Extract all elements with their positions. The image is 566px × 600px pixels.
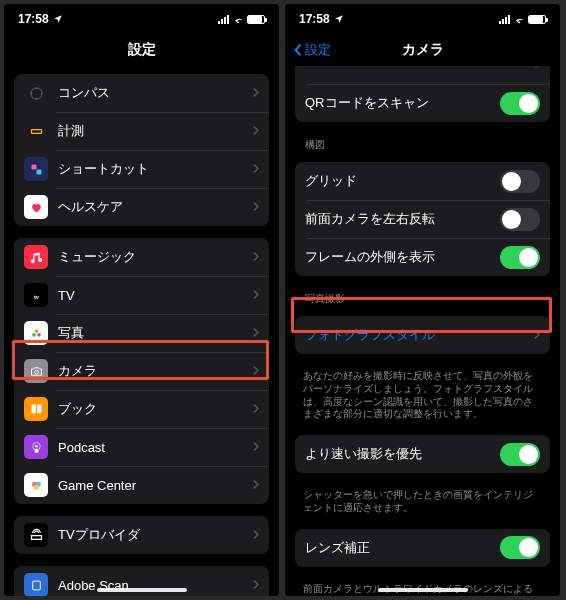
chevron-right-icon: [533, 66, 540, 73]
svg-point-5: [34, 329, 38, 333]
chevron-right-icon: [252, 364, 259, 379]
row-comp-1[interactable]: 前面カメラを左右反転: [295, 200, 550, 238]
toggle-switch[interactable]: [500, 208, 540, 231]
row-label: ヘルスケア: [58, 198, 252, 216]
chevron-right-icon: [252, 200, 259, 215]
chevron-right-icon: [252, 124, 259, 139]
status-bar: 17:58: [4, 4, 279, 34]
row-label: ブック: [58, 400, 252, 418]
settings-root-screen: 17:58 設定 コンパス計測ショートカットヘルスケアミュージックtvTV写真カ…: [4, 4, 279, 596]
row-photographic-styles[interactable]: フォトグラフスタイル: [295, 316, 550, 354]
toggle-switch[interactable]: [500, 170, 540, 193]
row-label: TV: [58, 288, 252, 303]
settings-row-music[interactable]: ミュージック: [14, 238, 269, 276]
row-faster-0[interactable]: より速い撮影を優先: [295, 435, 550, 473]
footer-faster: シャッターを急いで押したときの画質をインテリジェントに適応させます。: [285, 485, 560, 521]
row-label: 写真: [58, 324, 252, 342]
row-label: TVプロバイダ: [58, 526, 252, 544]
back-button[interactable]: 設定: [293, 41, 331, 59]
row-label: フレームの外側を表示: [305, 248, 500, 266]
toggle-switch[interactable]: [500, 92, 540, 115]
shortcuts-icon: [24, 157, 48, 181]
settings-row-health[interactable]: ヘルスケア: [14, 188, 269, 226]
camera-settings-list[interactable]: QRコードをスキャン構図グリッド前面カメラを左右反転フレームの外側を表示写真撮影…: [285, 66, 560, 596]
wifi-icon: [232, 15, 244, 24]
svg-point-13: [34, 484, 39, 489]
home-indicator[interactable]: [378, 588, 468, 592]
settings-row-measure[interactable]: 計測: [14, 112, 269, 150]
svg-point-6: [32, 332, 36, 336]
chevron-right-icon: [252, 250, 259, 265]
page-title: 設定: [128, 41, 156, 59]
row-comp-0[interactable]: グリッド: [295, 162, 550, 200]
podcast-icon: [24, 435, 48, 459]
row-label: Game Center: [58, 478, 252, 493]
chevron-right-icon: [252, 326, 259, 341]
adobe-icon: [24, 573, 48, 596]
health-icon: [24, 195, 48, 219]
toggle-switch[interactable]: [500, 536, 540, 559]
settings-row-photos[interactable]: 写真: [14, 314, 269, 352]
chevron-right-icon: [252, 402, 259, 417]
battery-icon: [528, 15, 546, 24]
signal-icon: [499, 15, 510, 24]
row-prev[interactable]: [295, 66, 550, 84]
back-label: 設定: [305, 41, 331, 59]
row-label: より速い撮影を優先: [305, 445, 500, 463]
chevron-right-icon: [252, 478, 259, 493]
row-label: コンパス: [58, 84, 252, 102]
settings-row-books[interactable]: ブック: [14, 390, 269, 428]
settings-row-tvprovider[interactable]: TVプロバイダ: [14, 516, 269, 554]
camera-settings-screen: 17:58 設定 カメラ QRコードをスキャン構図グリッド前面カメラを左右反転フ…: [285, 4, 560, 596]
wifi-icon: [513, 15, 525, 24]
row-label: QRコードをスキャン: [305, 94, 500, 112]
section-header-photo: 写真撮影: [285, 288, 560, 308]
books-icon: [24, 397, 48, 421]
svg-rect-14: [32, 581, 40, 590]
svg-text:tv: tv: [34, 293, 40, 299]
tv-icon: tv: [24, 283, 48, 307]
svg-rect-3: [36, 169, 41, 174]
footer-photostyle: あなたの好みを撮影時に反映させて、写真の外観をパーソナライズしましょう。フォトグ…: [285, 366, 560, 427]
svg-rect-2: [31, 164, 36, 169]
row-qr[interactable]: QRコードをスキャン: [295, 84, 550, 122]
row-label: ミュージック: [58, 248, 252, 266]
row-label: レンズ補正: [305, 539, 500, 557]
home-indicator[interactable]: [97, 588, 187, 592]
settings-row-shortcuts[interactable]: ショートカット: [14, 150, 269, 188]
settings-row-podcast[interactable]: Podcast: [14, 428, 269, 466]
measure-icon: [24, 119, 48, 143]
toggle-switch[interactable]: [500, 443, 540, 466]
location-icon: [53, 14, 63, 24]
status-time: 17:58: [18, 12, 49, 26]
toggle-switch[interactable]: [500, 246, 540, 269]
row-lens-0[interactable]: レンズ補正: [295, 529, 550, 567]
settings-list[interactable]: コンパス計測ショートカットヘルスケアミュージックtvTV写真カメラブックPodc…: [4, 66, 279, 596]
row-label: 前面カメラを左右反転: [305, 210, 500, 228]
settings-row-camera[interactable]: カメラ: [14, 352, 269, 390]
status-bar: 17:58: [285, 4, 560, 34]
row-label: グリッド: [305, 172, 500, 190]
battery-icon: [247, 15, 265, 24]
row-label: フォトグラフスタイル: [305, 326, 533, 344]
chevron-right-icon: [252, 440, 259, 455]
row-label: カメラ: [58, 362, 252, 380]
settings-row-gamecenter[interactable]: Game Center: [14, 466, 269, 504]
signal-icon: [218, 15, 229, 24]
location-icon: [334, 14, 344, 24]
svg-point-7: [37, 332, 41, 336]
chevron-right-icon: [533, 328, 540, 343]
chevron-right-icon: [252, 162, 259, 177]
page-title: カメラ: [402, 41, 444, 59]
row-comp-2[interactable]: フレームの外側を表示: [295, 238, 550, 276]
music-icon: [24, 245, 48, 269]
settings-row-compass[interactable]: コンパス: [14, 74, 269, 112]
nav-bar: 設定: [4, 34, 279, 66]
svg-rect-1: [31, 129, 41, 133]
row-label: ショートカット: [58, 160, 252, 178]
settings-row-tv[interactable]: tvTV: [14, 276, 269, 314]
svg-point-8: [34, 370, 38, 374]
row-label: Podcast: [58, 440, 252, 455]
tvprovider-icon: [24, 523, 48, 547]
chevron-right-icon: [252, 528, 259, 543]
